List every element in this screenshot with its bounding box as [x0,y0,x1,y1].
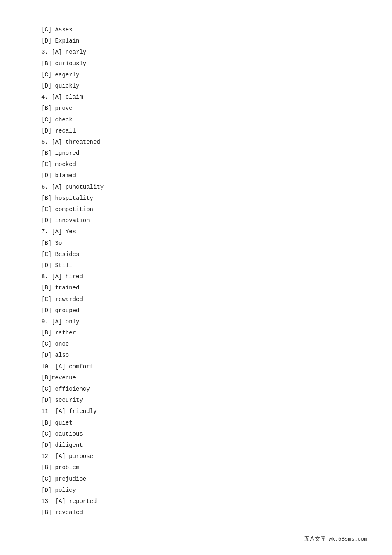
answer-option: [C] rewarded [41,294,359,305]
answer-option: [D] grouped [41,306,359,316]
answer-option: [B] curiously [41,59,359,69]
answer-option: [C] competition [41,204,359,215]
answer-option: [C] cautious [41,429,359,439]
answer-option: 4. [A] claim [41,92,359,102]
answer-option: [B] quiet [41,418,359,428]
footer-url: wk.58sms.com [328,536,367,542]
answer-option: 6. [A] punctuality [41,182,359,192]
answer-option: [C] mocked [41,159,359,170]
answer-option: [B] revealed [41,508,359,518]
answer-option: [B] ignored [41,148,359,159]
answer-option: [C] Asses [41,25,359,35]
answer-option: [C] prejudice [41,474,359,484]
answer-option: [C] eagerly [41,70,359,80]
answer-option: [D] recall [41,126,359,136]
answer-option: [B]revenue [41,373,359,383]
answer-option: [D] diligent [41,440,359,451]
answer-option: [B] So [41,238,359,249]
answer-option: [C] Besides [41,249,359,260]
footer-brand: 五八文库 [304,536,329,542]
answer-option: [D] blamed [41,171,359,181]
answer-option: [C] efficiency [41,384,359,394]
answer-option: 7. [A] Yes [41,227,359,237]
answer-option: [B] prove [41,103,359,114]
answer-option: [D] quickly [41,81,359,91]
answer-option: 12. [A] purpose [41,451,359,462]
answer-option: [D] policy [41,485,359,496]
answer-option: 8. [A] hired [41,272,359,282]
main-content: [C] Asses[D] Explain3. [A] nearly[B] cur… [0,0,392,552]
answer-option: [B] hospitality [41,193,359,204]
answer-option: [D] security [41,395,359,406]
answer-option: 10. [A] comfort [41,362,359,372]
answer-option: [B] trained [41,283,359,293]
answer-option: [D] also [41,350,359,361]
answer-option: 9. [A] only [41,317,359,327]
answer-option: 13. [A] reported [41,496,359,507]
answer-option: [B] problem [41,462,359,473]
answer-option: [D] Explain [41,36,359,46]
answer-option: [D] Still [41,261,359,271]
answer-option: [B] rather [41,328,359,338]
answer-option: 3. [A] nearly [41,47,359,57]
answer-option: [C] check [41,115,359,125]
answer-option: [C] once [41,339,359,349]
answer-option: 11. [A] friendly [41,406,359,417]
footer: 五八文库 wk.58sms.com [304,535,367,543]
answer-option: 5. [A] threatened [41,137,359,147]
answer-option: [D] innovation [41,216,359,226]
